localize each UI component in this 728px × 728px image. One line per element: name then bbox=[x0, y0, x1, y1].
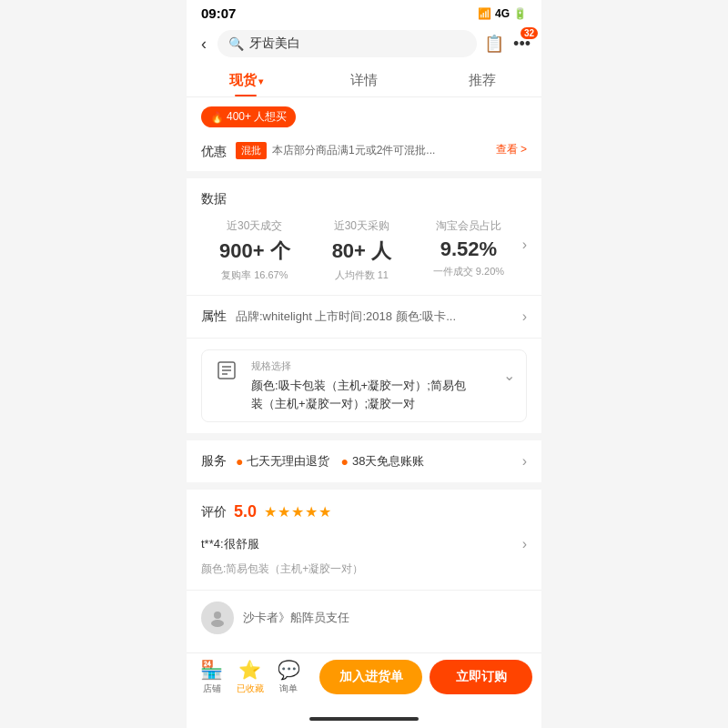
nav-store[interactable]: 🏪 店铺 bbox=[200, 659, 223, 695]
sku-arrow: ⌄ bbox=[503, 367, 515, 384]
service-label: 服务 bbox=[201, 453, 228, 470]
data-item-purchase-sub: 人均件数 11 bbox=[308, 268, 416, 282]
nav-favorite[interactable]: ⭐ 已收藏 bbox=[237, 659, 264, 695]
nav-buttons: 加入进货单 立即订购 bbox=[314, 660, 541, 694]
bottom-nav: 🏪 店铺 ⭐ 已收藏 💬 询单 加入进货单 立即订购 bbox=[187, 652, 541, 710]
chat-icon: 💬 bbox=[278, 659, 300, 681]
notification-badge: 32 bbox=[521, 27, 538, 39]
hot-badge: 🔥 400+ 人想买 bbox=[201, 106, 296, 127]
attr-label: 属性 bbox=[201, 308, 228, 325]
promo-tag: 混批 bbox=[236, 142, 267, 159]
bottom-spacer bbox=[187, 645, 541, 652]
review-user: t**4:很舒服 bbox=[201, 536, 259, 552]
main-content: 🔥 400+ 人想买 优惠 混批 本店部分商品满1元或2件可混批... 查看 >… bbox=[187, 97, 541, 652]
review-stars: ★★★★★ bbox=[264, 503, 332, 521]
teaser-avatar bbox=[201, 602, 234, 634]
favorite-label: 已收藏 bbox=[237, 682, 264, 695]
data-grid: 近30天成交 900+ 个 复购率 16.67% 近30天采购 80+ 人 人均… bbox=[201, 218, 527, 282]
data-item-transactions-title: 近30天成交 bbox=[201, 218, 308, 234]
tab-recommend[interactable]: 推荐 bbox=[423, 63, 541, 96]
promo-content: 混批 本店部分商品满1元或2件可混批... bbox=[236, 142, 489, 159]
data-item-member: 淘宝会员占比 9.52% 一件成交 9.20% bbox=[415, 218, 522, 278]
sku-text: 颜色:吸卡包装（主机+凝胶一对）;简易包 装（主机+凝胶一对）;凝胶一对 bbox=[251, 377, 492, 412]
data-item-purchase: 近30天采购 80+ 人 人均件数 11 bbox=[308, 218, 416, 282]
data-item-transactions-sub: 复购率 16.67% bbox=[201, 268, 308, 282]
back-button[interactable]: ‹ bbox=[197, 33, 210, 56]
add-to-cart-button[interactable]: 加入进货单 bbox=[319, 660, 422, 694]
tab-details[interactable]: 详情 bbox=[305, 63, 423, 96]
sku-selector[interactable]: 规格选择 颜色:吸卡包装（主机+凝胶一对）;简易包 装（主机+凝胶一对）;凝胶一… bbox=[201, 349, 527, 422]
promo-section: 优惠 混批 本店部分商品满1元或2件可混批... 查看 > bbox=[187, 135, 541, 171]
teaser-row: 沙卡者》船阵员支任 bbox=[187, 590, 541, 645]
buy-now-button[interactable]: 立即订购 bbox=[430, 660, 532, 694]
sku-icon bbox=[213, 359, 240, 387]
sku-label: 规格选择 bbox=[251, 359, 492, 373]
nav-chat[interactable]: 💬 询单 bbox=[278, 659, 300, 695]
search-actions: 📋 ••• 32 bbox=[484, 34, 531, 54]
search-bar: ‹ 🔍 牙齿美白 📋 ••• 32 bbox=[187, 25, 541, 63]
fire-icon: 🔥 bbox=[210, 111, 224, 124]
review-item[interactable]: t**4:很舒服 › bbox=[201, 531, 527, 558]
search-query: 牙齿美白 bbox=[249, 35, 300, 52]
divider-1 bbox=[187, 171, 541, 178]
review-chevron: › bbox=[522, 536, 527, 552]
status-icons: 📶 4G 🔋 bbox=[478, 7, 527, 20]
home-indicator bbox=[309, 717, 419, 721]
service-dot-return: ● bbox=[236, 454, 243, 469]
review-section: 评价 5.0 ★★★★★ t**4:很舒服 › 颜色:简易包装（主机+凝胶一对） bbox=[187, 482, 541, 590]
star-icon: ⭐ bbox=[238, 659, 261, 681]
data-section: 数据 近30天成交 900+ 个 复购率 16.67% 近30天采购 80+ 人… bbox=[187, 178, 541, 295]
home-indicator-wrap bbox=[187, 710, 541, 728]
data-section-title: 数据 bbox=[201, 191, 527, 207]
data-item-transactions-value: 900+ 个 bbox=[201, 238, 308, 265]
signal-icon: 📶 bbox=[478, 7, 491, 20]
status-bar: 09:07 📶 4G 🔋 bbox=[187, 0, 541, 25]
data-arrow: › bbox=[522, 218, 527, 253]
search-icon: 🔍 bbox=[228, 36, 244, 51]
promo-text: 本店部分商品满1元或2件可混批... bbox=[272, 143, 489, 158]
store-label: 店铺 bbox=[203, 682, 221, 695]
chat-label: 询单 bbox=[279, 682, 298, 695]
attr-arrow: › bbox=[522, 308, 527, 325]
review-color: 颜色:简易包装（主机+凝胶一对） bbox=[201, 561, 527, 577]
svg-point-4 bbox=[214, 612, 221, 619]
data-item-member-value: 9.52% bbox=[415, 238, 522, 261]
more-icon-wrap[interactable]: ••• 32 bbox=[513, 35, 531, 54]
doc-icon[interactable]: 📋 bbox=[484, 34, 504, 54]
review-label: 评价 bbox=[201, 504, 227, 521]
data-item-member-title: 淘宝会员占比 bbox=[415, 218, 522, 234]
service-return-text: 七天无理由退货 bbox=[247, 453, 329, 470]
service-section[interactable]: 服务 ● 七天无理由退货 ● 38天免息账账 › bbox=[187, 433, 541, 482]
service-items: ● 七天无理由退货 ● 38天免息账账 bbox=[236, 453, 515, 470]
service-dot-credit: ● bbox=[340, 454, 348, 469]
data-item-member-sub: 一件成交 9.20% bbox=[415, 265, 522, 278]
review-header: 评价 5.0 ★★★★★ bbox=[201, 502, 527, 521]
teaser-text: 沙卡者》船阵员支任 bbox=[243, 610, 349, 626]
data-item-purchase-value: 80+ 人 bbox=[308, 238, 416, 265]
attr-value: 品牌:whitelight 上市时间:2018 颜色:吸卡... bbox=[236, 308, 515, 325]
service-item-return: ● 七天无理由退货 bbox=[236, 453, 329, 470]
service-credit-text: 38天免息账账 bbox=[352, 453, 424, 470]
search-input-wrap[interactable]: 🔍 牙齿美白 bbox=[217, 30, 477, 57]
data-item-purchase-title: 近30天采购 bbox=[308, 218, 416, 234]
network-type: 4G bbox=[495, 7, 510, 20]
battery-icon: 🔋 bbox=[513, 7, 527, 20]
service-item-credit: ● 38天免息账账 bbox=[340, 453, 424, 470]
nav-icons: 🏪 店铺 ⭐ 已收藏 💬 询单 bbox=[187, 659, 314, 695]
store-icon: 🏪 bbox=[200, 659, 223, 681]
sku-content: 规格选择 颜色:吸卡包装（主机+凝胶一对）;简易包 装（主机+凝胶一对）;凝胶一… bbox=[251, 359, 492, 412]
hot-badge-section: 🔥 400+ 人想买 bbox=[187, 97, 541, 135]
promo-label: 优惠 bbox=[201, 142, 228, 160]
data-item-transactions: 近30天成交 900+ 个 复购率 16.67% bbox=[201, 218, 308, 282]
tab-spot[interactable]: 现货▾ bbox=[187, 63, 305, 96]
tab-bar: 现货▾ 详情 推荐 bbox=[187, 63, 541, 97]
service-arrow: › bbox=[522, 453, 527, 470]
promo-link[interactable]: 查看 > bbox=[496, 142, 527, 157]
svg-point-5 bbox=[211, 620, 224, 627]
review-score: 5.0 bbox=[234, 502, 257, 521]
status-time: 09:07 bbox=[201, 5, 236, 21]
attributes-section[interactable]: 属性 品牌:whitelight 上市时间:2018 颜色:吸卡... › bbox=[187, 295, 541, 338]
sku-section: 规格选择 颜色:吸卡包装（主机+凝胶一对）;简易包 装（主机+凝胶一对）;凝胶一… bbox=[187, 338, 541, 433]
